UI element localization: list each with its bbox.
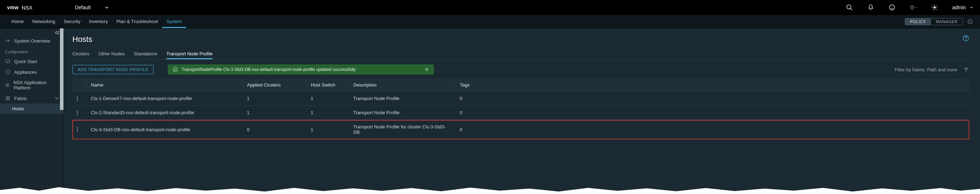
filter-icon[interactable]: [963, 66, 969, 73]
svg-rect-24: [6, 97, 8, 98]
environment-label: Default: [75, 5, 91, 10]
col-tags[interactable]: Tags: [455, 79, 969, 92]
col-menu: [72, 79, 86, 92]
page-help-icon[interactable]: [962, 35, 969, 42]
nav-home[interactable]: Home: [7, 15, 28, 28]
row-actions-icon[interactable]: [72, 106, 86, 120]
svg-point-39: [77, 110, 78, 111]
svg-point-6: [912, 8, 912, 8]
sidebar-item-label: NSX Application Platform: [13, 80, 59, 91]
chevron-down-icon: [105, 6, 108, 9]
close-icon[interactable]: [424, 67, 429, 72]
target-icon: [5, 82, 10, 88]
svg-rect-26: [6, 99, 8, 100]
sidebar-item-nsx-app-platform[interactable]: NSX Application Platform: [0, 77, 64, 93]
grid-icon: [5, 95, 11, 101]
cell-name: Cls-1-DenseX7-nsx-default-transport-node…: [86, 92, 243, 106]
user-menu[interactable]: admin: [952, 5, 973, 10]
row-actions-icon[interactable]: [72, 120, 86, 139]
mode-toggle: POLICY MANAGER: [905, 18, 963, 25]
sidebar-item-quick-start[interactable]: Quick Start: [0, 56, 64, 67]
product-name: NSX: [22, 5, 33, 11]
cell-name: Cls-3-Std3-DB-nsx-default-transport-node…: [86, 120, 243, 139]
bell-icon[interactable]: [867, 4, 874, 11]
cube-icon: [5, 69, 11, 75]
svg-point-41: [77, 114, 78, 115]
environment-selector[interactable]: Default: [75, 5, 108, 10]
sidebar-item-label: Fabric: [14, 96, 27, 101]
success-banner: TransportNodeProfile Cls-3-Std3-DB-nsx-d…: [168, 65, 434, 75]
svg-point-4: [893, 7, 894, 8]
check-circle-icon: [172, 67, 178, 72]
add-transport-node-profile-button[interactable]: ADD TRANSPORT NODE PROFILE: [72, 65, 154, 74]
svg-point-30: [173, 67, 177, 72]
svg-point-37: [77, 98, 78, 99]
col-applied-clusters[interactable]: Applied Clusters: [243, 79, 307, 92]
svg-point-2: [889, 5, 894, 10]
sidebar-item-hosts[interactable]: Hosts: [0, 103, 64, 114]
help-icon[interactable]: [910, 4, 917, 11]
svg-point-40: [77, 112, 78, 113]
table-row[interactable]: Cls-1-DenseX7-nsx-default-transport-node…: [72, 92, 969, 106]
table-row[interactable]: Cls-2-Standard3-nsx-default-transport-no…: [72, 106, 969, 120]
cell-host-switch[interactable]: 1: [307, 120, 349, 139]
tab-transport-node-profile[interactable]: Transport Node Profile: [166, 48, 212, 59]
svg-rect-25: [8, 97, 10, 98]
cell-tags: 0: [455, 92, 969, 106]
cell-applied-clusters[interactable]: 1: [243, 92, 307, 106]
cell-description: Transport Node Profile: [349, 106, 455, 120]
sidebar-item-label: Appliances: [14, 70, 37, 75]
cell-name: Cls-2-Standard3-nsx-default-transport-no…: [86, 106, 243, 120]
cell-applied-clusters: 0: [243, 120, 307, 139]
sidebar-scrollbar[interactable]: [60, 29, 64, 110]
sidebar-item-fabric[interactable]: Fabric: [0, 93, 64, 103]
sun-icon[interactable]: [931, 4, 938, 11]
tab-clusters[interactable]: Clusters: [72, 48, 89, 59]
sidebar-section-configuration: Configuration: [0, 46, 64, 56]
collapse-sidebar[interactable]: [0, 29, 64, 35]
search-icon[interactable]: [846, 4, 853, 11]
sidebar-system-overview[interactable]: System Overview: [0, 35, 64, 46]
col-description[interactable]: Description: [349, 79, 455, 92]
table-row[interactable]: Cls-3-Std3-DB-nsx-default-transport-node…: [72, 120, 969, 139]
cell-tags: 0: [455, 106, 969, 120]
cell-applied-clusters[interactable]: 1: [243, 106, 307, 120]
tab-standalone[interactable]: Standalone: [134, 48, 157, 59]
cell-description: Transport Node Profile for cluster Cls-3…: [349, 120, 455, 139]
nav-security[interactable]: Security: [60, 15, 85, 28]
svg-point-44: [77, 131, 78, 132]
cell-tags: 0: [455, 120, 969, 139]
filter-input[interactable]: Filter by Name, Path and more: [894, 67, 957, 72]
sidebar-item-label: Quick Start: [14, 59, 37, 64]
chevron-down-icon: [55, 97, 59, 100]
svg-line-12: [932, 5, 933, 6]
sidebar-item-label: System Overview: [14, 38, 50, 44]
nav-networking[interactable]: Networking: [28, 15, 60, 28]
svg-line-19: [8, 40, 8, 42]
brand-block: vmw NSX: [7, 5, 32, 11]
svg-line-15: [936, 5, 937, 6]
nav-system[interactable]: System: [162, 15, 186, 28]
monitor-icon: [5, 59, 11, 64]
mode-manager[interactable]: MANAGER: [931, 18, 963, 25]
svg-point-3: [891, 7, 892, 8]
info-icon[interactable]: [967, 19, 973, 24]
nav-plan-troubleshoot[interactable]: Plan & Troubleshoot: [112, 15, 162, 28]
nav-inventory[interactable]: Inventory: [85, 15, 112, 28]
svg-point-38: [77, 100, 78, 101]
mode-policy[interactable]: POLICY: [905, 18, 931, 25]
svg-point-43: [77, 129, 78, 130]
cell-host-switch[interactable]: 1: [307, 106, 349, 120]
user-name: admin: [952, 5, 966, 10]
row-actions-icon[interactable]: [72, 92, 86, 106]
col-host-switch[interactable]: Host Switch: [307, 79, 349, 92]
page-title: Hosts: [72, 35, 969, 44]
tab-other-nodes[interactable]: Other Nodes: [99, 48, 125, 59]
svg-line-1: [850, 8, 852, 10]
cell-host-switch[interactable]: 1: [307, 92, 349, 106]
svg-point-7: [934, 6, 936, 9]
svg-rect-27: [8, 99, 10, 100]
col-name[interactable]: Name: [86, 79, 243, 92]
sidebar-item-appliances[interactable]: Appliances: [0, 67, 64, 77]
smile-icon[interactable]: [888, 4, 896, 11]
